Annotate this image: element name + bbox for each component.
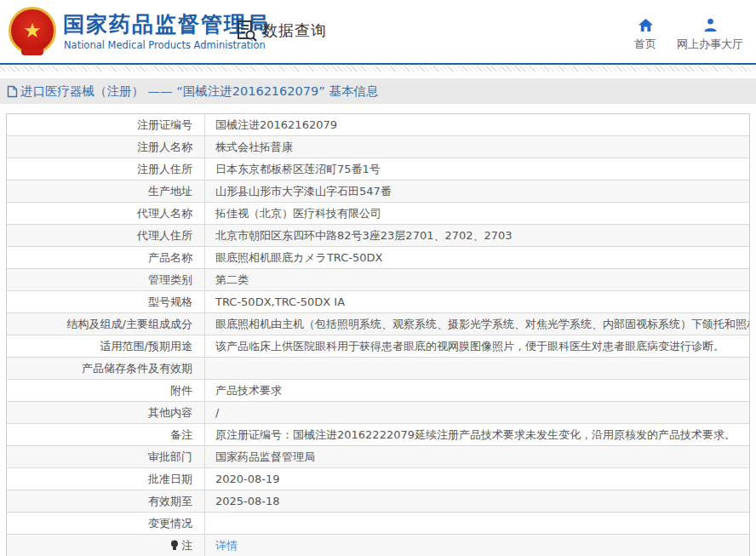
data-query-label: 数据查询 — [262, 20, 327, 41]
row-value: 2025-08-18 — [205, 490, 750, 513]
bulb-icon — [170, 540, 179, 551]
table-row: 注详情 — [7, 535, 750, 556]
table-row: 产品储存条件及有效期 — [7, 358, 750, 380]
nav-home[interactable]: 首页 — [628, 17, 662, 52]
data-query-section[interactable]: 数据查询 — [235, 19, 327, 43]
row-value: 北京市朝阳区东四环中路82号3座23层2701、2702、2703 — [205, 225, 750, 247]
row-label: 结构及组成/主要组成成分 — [7, 313, 205, 335]
table-row: 结构及组成/主要组成成分眼底照相机由主机（包括照明系统、观察系统、摄影光学系统、… — [7, 313, 750, 335]
row-value: 眼底照相机由主机（包括照明系统、观察系统、摄影光学系统、对焦光学系统、内部固视标… — [205, 313, 750, 335]
row-value: 该产品临床上供医院眼科用于获得患者眼底的视网膜图像照片，便于眼科医生对患者眼底病… — [205, 335, 750, 358]
breadcrumb: 进口医疗器械（注册） —— “国械注进20162162079” 基本信息 — [0, 78, 756, 104]
row-value: 第二类 — [205, 269, 750, 291]
row-label: 代理人名称 — [7, 203, 205, 225]
row-value: 拓佳视（北京）医疗科技有限公司 — [205, 203, 750, 225]
row-label: 有效期至 — [7, 490, 205, 513]
row-value: 日本东京都板桥区莲沼町75番1号 — [205, 158, 750, 181]
row-label: 备注 — [7, 424, 205, 446]
table-row: 其他内容/ — [7, 402, 750, 424]
info-table-body: 注册证编号国械注进20162162079注册人名称株式会社拓普康注册人住所日本东… — [7, 114, 750, 556]
row-label: 管理类别 — [7, 269, 205, 291]
row-label: 代理人住所 — [7, 225, 205, 247]
table-row: 审批部门国家药品监督管理局 — [7, 446, 750, 468]
nav-home-label: 首页 — [634, 37, 656, 52]
page: ★ 国家药品监督管理局 National Medical Products Ad… — [0, 0, 756, 556]
table-row: 注册人名称株式会社拓普康 — [7, 136, 750, 158]
row-label: 其他内容 — [7, 402, 205, 424]
page-icon — [7, 85, 18, 98]
row-value — [205, 358, 750, 380]
row-label: 注册人名称 — [7, 136, 205, 158]
row-value: / — [205, 402, 750, 424]
table-row: 有效期至2025-08-18 — [7, 490, 750, 513]
row-label: 附件 — [7, 380, 205, 402]
nav-hall-label: 网上办事大厅 — [677, 37, 743, 52]
row-label: 注册证编号 — [7, 114, 205, 136]
row-value: 详情 — [205, 535, 750, 556]
row-label: 生产地址 — [7, 181, 205, 203]
registration-info-table: 注册证编号国械注进20162162079注册人名称株式会社拓普康注册人住所日本东… — [6, 113, 750, 556]
row-value: 国家药品监督管理局 — [205, 446, 750, 468]
row-value: 株式会社拓普康 — [205, 136, 750, 158]
home-icon — [638, 17, 654, 33]
row-value: 国械注进20162162079 — [205, 114, 750, 136]
table-row: 型号规格TRC-50DX,TRC-50DX IA — [7, 291, 750, 313]
row-value: 2020-08-19 — [205, 468, 750, 490]
row-value: 产品技术要求 — [205, 380, 750, 402]
row-value: TRC-50DX,TRC-50DX IA — [205, 291, 750, 313]
row-label: 型号规格 — [7, 291, 205, 313]
site-header: ★ 国家药品监督管理局 National Medical Products Ad… — [0, 0, 756, 63]
row-value — [205, 513, 750, 535]
table-row: 注册人住所日本东京都板桥区莲沼町75番1号 — [7, 158, 750, 181]
row-label: 产品储存条件及有效期 — [7, 358, 205, 380]
table-row: 变更情况 — [7, 513, 750, 535]
document-search-icon — [235, 19, 259, 43]
row-label: 注 — [7, 535, 205, 556]
nav-online-hall[interactable]: 网上办事大厅 — [674, 17, 746, 52]
table-row: 备注原注册证编号：国械注进20162222079延续注册产品技术要求未发生变化，… — [7, 424, 750, 446]
table-row: 附件产品技术要求 — [7, 380, 750, 402]
row-label: 审批部门 — [7, 446, 205, 468]
table-row: 生产地址山形县山形市大字漆山字石田547番 — [7, 181, 750, 203]
hatch-strip — [0, 66, 756, 72]
breadcrumb-text: 进口医疗器械（注册） —— “国械注进20162162079” 基本信息 — [20, 83, 378, 100]
row-label: 产品名称 — [7, 247, 205, 269]
emblem-star-icon: ★ — [23, 20, 42, 41]
header-divider-line — [0, 63, 756, 65]
national-emblem-logo: ★ — [9, 7, 56, 54]
table-row: 适用范围/预期用途该产品临床上供医院眼科用于获得患者眼底的视网膜图像照片，便于眼… — [7, 335, 750, 358]
person-icon — [702, 17, 719, 33]
table-row: 代理人住所北京市朝阳区东四环中路82号3座23层2701、2702、2703 — [7, 225, 750, 247]
row-label: 批准日期 — [7, 468, 205, 490]
row-label: 适用范围/预期用途 — [7, 335, 205, 358]
row-label: 变更情况 — [7, 513, 205, 535]
row-value: 原注册证编号：国械注进20162222079延续注册产品技术要求未发生变化，沿用… — [205, 424, 750, 446]
table-row: 批准日期2020-08-19 — [7, 468, 750, 490]
table-row: 代理人名称拓佳视（北京）医疗科技有限公司 — [7, 203, 750, 225]
table-row: 管理类别第二类 — [7, 269, 750, 291]
row-value: 山形县山形市大字漆山字石田547番 — [205, 181, 750, 203]
row-label: 注册人住所 — [7, 158, 205, 181]
row-value: 眼底照相机眼底カメラTRC-50DX — [205, 247, 750, 269]
detail-link[interactable]: 详情 — [215, 539, 238, 552]
table-row: 产品名称眼底照相机眼底カメラTRC-50DX — [7, 247, 750, 269]
table-row: 注册证编号国械注进20162162079 — [7, 114, 750, 136]
